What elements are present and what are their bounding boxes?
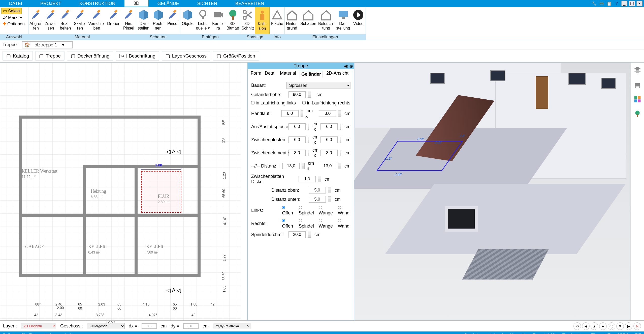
toolbar-katalog[interactable]: ▢Katalog	[3, 51, 33, 61]
spinner-icon[interactable]	[338, 163, 341, 169]
nav-down-icon[interactable]: ▼	[616, 322, 624, 330]
ribbon-optionen[interactable]: ✚ Optionen	[1, 21, 26, 27]
spinner-icon[interactable]	[308, 92, 311, 98]
links-checkbox[interactable]	[251, 101, 254, 104]
radio-rechts-offen[interactable]: Offen	[282, 218, 294, 229]
geschoss-select[interactable]: Kellergesch	[87, 323, 125, 329]
rechts-checkbox[interactable]	[302, 101, 306, 104]
ribbon-selekt[interactable]: ▭ Selekt	[1, 8, 22, 14]
spinner-icon[interactable]	[338, 110, 341, 117]
radio-links-offen[interactable]: Offen	[282, 205, 294, 216]
spinner-icon[interactable]	[318, 176, 321, 182]
menu-3d[interactable]: 3D	[124, 0, 148, 7]
dx-input[interactable]	[142, 323, 157, 329]
tool-icon[interactable]: 🔧	[591, 1, 597, 6]
dialog-tab-geländer[interactable]: Geländer	[300, 71, 323, 77]
status-scale[interactable]: 1:100	[544, 333, 555, 334]
dim-input-b[interactable]	[320, 123, 338, 130]
help-icon[interactable]: ?	[614, 1, 620, 6]
menu-sichten[interactable]: SICHTEN	[188, 0, 226, 7]
dialog-tab-2d-ansicht[interactable]: 2D-Ansicht	[326, 71, 348, 77]
ribbon-lichtquelle[interactable]: Licht- quelle ▾	[195, 7, 211, 34]
bauart-select[interactable]: Sprossen	[286, 82, 350, 89]
radio-rechts-wange[interactable]: Wange	[319, 218, 333, 229]
dialog-pin-icon[interactable]: ◉	[344, 63, 348, 69]
ribbon-3dschnitt[interactable]: 3D- Schnitt	[240, 7, 255, 34]
ribbon-abgreifen[interactable]: Abgrei- fen	[28, 7, 44, 34]
dialog-tab-form[interactable]: Form	[251, 71, 261, 77]
dim-input-b[interactable]	[320, 136, 338, 143]
menu-datei[interactable]: DATEI	[0, 0, 31, 7]
status-ein[interactable]: Ein	[591, 333, 597, 334]
spinner-icon[interactable]	[308, 124, 309, 130]
spinner-icon[interactable]	[308, 137, 309, 143]
toolbar-layer-geschoss[interactable]: ▢Layer/Geschoss	[162, 51, 210, 61]
spinner-icon[interactable]	[308, 232, 311, 238]
ribbon-darstellung[interactable]: Dar- stellung	[335, 7, 351, 34]
dy-input[interactable]	[183, 323, 199, 329]
ribbon-zuweisen[interactable]: Zuwei- sen	[44, 7, 58, 34]
doben-input[interactable]	[309, 187, 326, 193]
plan-2d-view[interactable]: 1.88 KELLER Werkstatt11,56 m²Heizung6,88…	[0, 63, 241, 320]
restore-button[interactable]: ❐	[629, 1, 635, 6]
ribbon-pinsel[interactable]: Pinsel	[166, 7, 180, 34]
ribbon-drehen[interactable]: Drehen	[106, 7, 121, 34]
ribbon-kamera[interactable]: Kame- ra	[211, 7, 226, 34]
nav-play-icon[interactable]: ►	[599, 322, 607, 330]
toolbar-deckenöffnung[interactable]: ▢Deckenöffnung	[67, 51, 113, 61]
nav-refresh-icon[interactable]: ⟲	[573, 322, 581, 330]
toolbar-treppe[interactable]: ▢Treppe	[35, 51, 65, 61]
spinner-icon[interactable]	[340, 150, 341, 156]
mode-select[interactable]: dx,dy (relativ ka	[213, 323, 250, 329]
radio-rechts-wand[interactable]: Wand	[338, 218, 350, 229]
ribbon-schatten[interactable]: Schatten	[299, 7, 317, 34]
nav-right-icon[interactable]: ▶	[625, 322, 632, 330]
nav-left-icon[interactable]: ◀	[582, 322, 590, 330]
radio-links-spindel[interactable]: Spindel	[299, 205, 314, 216]
ribbon-verschieben[interactable]: Verschie- ben	[87, 7, 106, 34]
dialog-tab-material[interactable]: Material	[280, 71, 296, 77]
dim-input-b[interactable]	[320, 150, 338, 156]
ribbon-mark[interactable]: 🖍 Mark. ▾	[1, 15, 24, 20]
menu-konstruktion[interactable]: KONSTRUKTION	[70, 0, 124, 7]
spinner-icon[interactable]	[328, 187, 331, 193]
nav-up-icon[interactable]: ▲	[591, 322, 598, 330]
status-unit[interactable]: Zentimeter	[562, 333, 584, 334]
spinner-icon[interactable]	[302, 163, 305, 169]
zplatten-input[interactable]	[299, 176, 316, 182]
status-sel-ratio[interactable]: 1:1 sel	[490, 333, 503, 334]
palette-icon[interactable]	[633, 95, 642, 103]
toolbar-beschriftung[interactable]: TXTBeschriftung	[116, 51, 159, 61]
menu-gelaende[interactable]: GELÄNDE	[148, 0, 188, 7]
hoehe-input[interactable]	[288, 91, 306, 98]
dim-input-a[interactable]	[288, 123, 306, 130]
radio-links-wand[interactable]: Wand	[338, 205, 350, 216]
stair-handle-2d[interactable]	[141, 168, 181, 170]
ribbon-hin.pinsel[interactable]: Hin. Pinsel	[121, 7, 136, 34]
dim-input-a[interactable]	[281, 110, 299, 117]
dim-input-b[interactable]	[319, 110, 336, 117]
spinner-icon[interactable]	[328, 196, 331, 202]
layer-select[interactable]: 2D Einrichtu	[21, 323, 56, 329]
ribbon-darstellen[interactable]: Dar- stellen	[136, 7, 151, 34]
dialog-close-icon[interactable]: ⊗	[349, 63, 353, 69]
dim-input-a[interactable]	[288, 136, 306, 143]
ribbon-rechnen[interactable]: Rech- nen	[151, 7, 166, 34]
tree-icon[interactable]	[633, 110, 642, 118]
box-icon[interactable]: 🗃	[599, 1, 605, 6]
ribbon-video[interactable]: Video	[351, 7, 366, 34]
spinner-icon[interactable]	[301, 110, 304, 117]
stair-selection-2d[interactable]	[141, 171, 181, 213]
dim-input-a[interactable]	[282, 163, 300, 169]
menu-bearbeiten[interactable]: BEARBEITEN	[226, 0, 273, 7]
furniture-icon[interactable]	[633, 81, 642, 88]
spinner-icon[interactable]	[340, 137, 341, 143]
dim-input-a[interactable]	[288, 150, 306, 156]
ribbon-bearbeiten[interactable]: Bear- beiten	[58, 7, 73, 34]
spindel-input[interactable]	[288, 231, 306, 238]
ribbon-skalieren[interactable]: Skalie- ren	[73, 7, 87, 34]
status-num[interactable]: NUM	[618, 333, 628, 334]
ribbon-hintergrund[interactable]: Hinter- grund	[285, 7, 299, 34]
minimize-button[interactable]: _	[621, 1, 627, 6]
toolbar-größe-position[interactable]: ▢Größe/Position	[213, 51, 259, 61]
